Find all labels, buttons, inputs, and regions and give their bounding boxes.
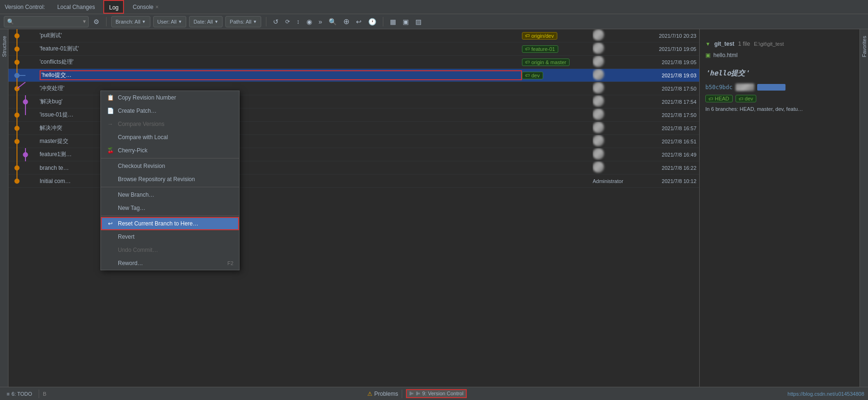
cherry-pick-icon[interactable]: ⟳: [283, 17, 292, 26]
author-col: [593, 82, 630, 95]
table-row[interactable]: 'hello提交… 🏷dev 2021/7/8 19:03: [8, 69, 699, 82]
table-row[interactable]: 'feature-01测试' 🏷feature-01 2021/7/10 19:…: [8, 42, 699, 56]
commit-message: 'pull测试': [40, 32, 522, 40]
repo-name: git_test: [714, 41, 735, 47]
commit-title: 'hello提交': [705, 69, 854, 78]
graph-col: [11, 122, 40, 135]
tab-console-close[interactable]: ×: [156, 4, 159, 10]
search-input[interactable]: [16, 18, 82, 25]
graph-col: [11, 82, 40, 95]
version-control-status-item[interactable]: ⊫ ⊫ 9: Version Control: [406, 389, 467, 398]
avatar: [593, 29, 604, 41]
status-url: https://blog.csdn.net/u014534808: [787, 391, 864, 397]
todo-status-item[interactable]: ≡ 6: TODO: [4, 390, 35, 398]
ctx-separator: [101, 158, 239, 158]
table-row[interactable]: 'conflicts处理' 🏷origin & master 2021/7/8 …: [8, 56, 699, 69]
graph-col: [11, 29, 40, 42]
ctx-new-tag[interactable]: New Tag…: [101, 201, 239, 215]
todo-label: 6: TODO: [11, 391, 32, 397]
paths-filter-btn[interactable]: Paths: All ▼: [225, 16, 261, 27]
tag-icon: 🏷: [525, 59, 530, 65]
reset-icon: ↩: [107, 220, 114, 227]
structure-label[interactable]: Structure: [0, 34, 8, 59]
user-chevron-icon: ▼: [178, 19, 182, 24]
author-col: [593, 29, 630, 42]
ctx-reset-branch[interactable]: ↩ Reset Current Branch to Here…: [101, 217, 239, 230]
commit-hash: b50c9bdc: [705, 83, 854, 91]
graph-col: [11, 108, 40, 122]
chevron-down-icon[interactable]: ▼: [82, 19, 87, 24]
dev-tag: 🏷dev: [736, 95, 757, 102]
date-chevron-icon: ▼: [214, 19, 218, 24]
more-icon[interactable]: »: [317, 17, 324, 26]
ctx-checkout[interactable]: Checkout Revision: [101, 159, 239, 173]
user-filter-btn[interactable]: User: All ▼: [153, 16, 187, 27]
date-filter-btn[interactable]: Date: All ▼: [189, 16, 223, 27]
panel2-icon[interactable]: ▨: [413, 17, 423, 26]
graph-col: [11, 56, 40, 69]
avatar: [593, 148, 604, 159]
graph-col: [11, 42, 40, 56]
favorites-panel[interactable]: Favorites: [860, 29, 868, 387]
expand-icon[interactable]: ⊕: [341, 16, 351, 27]
branch-filter-btn[interactable]: Branch: All ▼: [111, 16, 150, 27]
ctx-revert[interactable]: Revert: [101, 230, 239, 243]
panel1-icon[interactable]: ▣: [401, 17, 411, 26]
author-col: [593, 148, 630, 161]
tab-console[interactable]: Console ×: [127, 0, 164, 14]
main-area: Structure 'pull测试' 🏷origin/dev: [0, 29, 868, 387]
date-col: 2021/7/10 20:23: [630, 33, 696, 39]
avatar: [593, 69, 604, 80]
refresh-icon[interactable]: ↺: [271, 17, 281, 26]
problems-area[interactable]: ⚠ Problems: [367, 391, 398, 397]
settings-icon[interactable]: ⚙: [91, 17, 101, 26]
hash-bar: [757, 84, 785, 91]
ctx-compare-local[interactable]: Compare with Local: [101, 131, 239, 144]
tag-icon: 🏷: [525, 33, 530, 38]
graph-col: [11, 135, 40, 148]
avatar: [593, 161, 604, 173]
favorites-label[interactable]: Favorites: [860, 34, 868, 59]
toolbar: 🔍 ▼ ⚙ Branch: All ▼ User: All ▼ Date: Al…: [0, 14, 868, 29]
search-icon: 🔍: [7, 18, 14, 25]
reword-shortcut: F2: [227, 260, 233, 266]
ctx-separator-3: [101, 216, 239, 216]
tag-col: 🏷origin & master: [522, 58, 593, 66]
svg-point-18: [15, 113, 19, 117]
avatar: [593, 82, 604, 93]
ctx-copy-revision[interactable]: 📋 Copy Revision Number: [101, 91, 239, 104]
grid-icon[interactable]: ▦: [388, 17, 398, 26]
avatar: [593, 42, 604, 54]
ctx-cherry-pick[interactable]: 🍒 Cherry-Pick: [101, 144, 239, 157]
tag-col: 🏷origin/dev: [522, 32, 593, 40]
ctx-new-branch[interactable]: New Branch…: [101, 188, 239, 201]
undo-icon[interactable]: ↩: [354, 17, 364, 26]
structure-panel[interactable]: Structure: [0, 29, 8, 387]
table-row[interactable]: 'pull测试' 🏷origin/dev 2021/7/10 20:23: [8, 29, 699, 42]
detail-tags: 🏷HEAD 🏷dev: [705, 95, 854, 102]
ctx-reword[interactable]: Reword… F2: [101, 257, 239, 270]
clock-icon[interactable]: 🕐: [366, 17, 378, 26]
eye-icon[interactable]: ◉: [305, 17, 314, 26]
avatar: [593, 122, 604, 133]
fetch-icon[interactable]: ↕: [295, 17, 302, 26]
ctx-undo-commit: Undo Commit…: [101, 243, 239, 257]
date-col: 2021/7/10 19:05: [630, 46, 696, 52]
svg-line-12: [17, 82, 25, 89]
file-item[interactable]: ▣ hello.html: [705, 51, 854, 59]
tag-badge: 🏷feature-01: [522, 45, 558, 53]
problems-label: Problems: [374, 391, 398, 397]
date-col: 2021/7/8 19:05: [630, 59, 696, 65]
search-log-icon[interactable]: 🔍: [327, 17, 339, 26]
tag-col: 🏷dev: [522, 72, 593, 79]
ctx-browse[interactable]: Browse Repository at Revision: [101, 173, 239, 186]
search-box[interactable]: 🔍 ▼: [4, 16, 89, 27]
commit-detail: 'hello提交' b50c9bdc 🏷HEAD 🏷dev In 6 branc…: [705, 69, 854, 112]
ctx-create-patch[interactable]: 📄 Create Patch…: [101, 104, 239, 117]
graph-col: [11, 175, 40, 188]
status-bar: ≡ 6: TODO B ⚠ Problems ⊫ ⊫ 9: Version Co…: [0, 387, 868, 400]
date-col: 2021/7/8 16:57: [630, 125, 696, 131]
tab-log[interactable]: Log: [103, 0, 124, 14]
tab-local-changes[interactable]: Local Changes: [51, 0, 100, 14]
avatar: [593, 56, 604, 67]
